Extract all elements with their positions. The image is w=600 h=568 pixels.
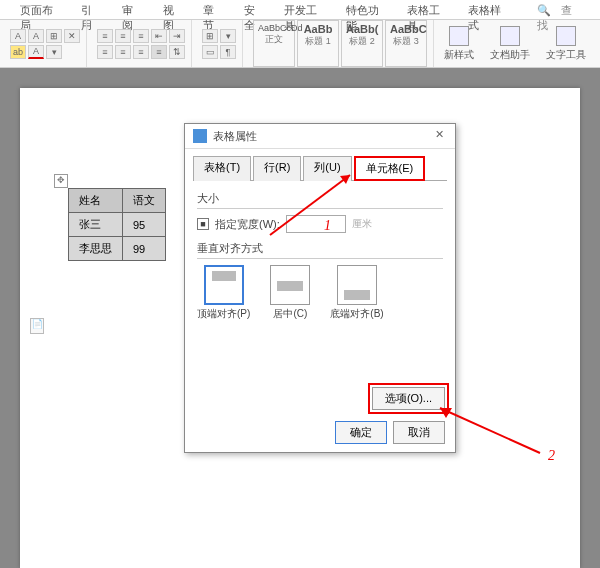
- valign-bottom-label: 底端对齐(B): [330, 307, 383, 321]
- tab-cell[interactable]: 单元格(E): [354, 156, 426, 181]
- ribbon-tab[interactable]: 安全: [234, 0, 275, 19]
- options-button[interactable]: 选项(O)...: [372, 387, 445, 410]
- tab-column[interactable]: 列(U): [303, 156, 351, 181]
- text-tool-button[interactable]: 文字工具: [540, 26, 592, 62]
- section-valign-label: 垂直对齐方式: [197, 241, 443, 256]
- valign-middle[interactable]: [270, 265, 310, 305]
- tab-table[interactable]: 表格(T): [193, 156, 251, 181]
- ribbon-tab[interactable]: 视图: [153, 0, 194, 19]
- search-label[interactable]: 🔍查找: [527, 0, 600, 19]
- ribbon-tab[interactable]: 表格工具: [397, 0, 458, 19]
- close-icon[interactable]: ✕: [431, 128, 447, 144]
- style-h1[interactable]: AaBb标题 1: [297, 20, 339, 67]
- annotation-number-1: 1: [324, 218, 331, 234]
- table-cell[interactable]: 李思思: [69, 237, 123, 261]
- table-cell[interactable]: 张三: [69, 213, 123, 237]
- format-btn[interactable]: A: [10, 29, 26, 43]
- table-header-cell[interactable]: 姓名: [69, 189, 123, 213]
- ribbon-tab[interactable]: 页面布局: [10, 0, 71, 19]
- cancel-button[interactable]: 取消: [393, 421, 445, 444]
- section-size-label: 大小: [197, 191, 443, 206]
- format-btn[interactable]: ⊞: [46, 29, 62, 43]
- dialog-icon: [193, 129, 207, 143]
- new-style-button[interactable]: 新样式: [438, 26, 480, 62]
- dropdown-btn[interactable]: ▾: [46, 45, 62, 59]
- align-btn[interactable]: ≡: [115, 45, 131, 59]
- style-h2[interactable]: AaBb(标题 2: [341, 20, 383, 67]
- list-btn[interactable]: ≡: [133, 29, 149, 43]
- spacing-btn[interactable]: ⇅: [169, 45, 185, 59]
- dialog-titlebar: 表格属性 ✕: [185, 124, 455, 149]
- document-table[interactable]: 姓名语文 张三95 李思思99: [68, 188, 166, 261]
- highlight-btn[interactable]: ab: [10, 45, 26, 59]
- align-btn[interactable]: ≡: [151, 45, 167, 59]
- list-btn[interactable]: ≡: [97, 29, 113, 43]
- border-btn[interactable]: ⊞: [202, 29, 218, 43]
- style-h3[interactable]: AaBbC标题 3: [385, 20, 427, 67]
- indent-btn[interactable]: ⇤: [151, 29, 167, 43]
- table-cell[interactable]: 99: [123, 237, 166, 261]
- dialog-title: 表格属性: [213, 129, 431, 144]
- ribbon-tab[interactable]: 审阅: [112, 0, 153, 19]
- table-properties-dialog: 表格属性 ✕ 表格(T) 行(R) 列(U) 单元格(E) 大小 ■ 指定宽度(…: [184, 123, 456, 453]
- table-cell[interactable]: 95: [123, 213, 166, 237]
- valign-top-label: 顶端对齐(P): [197, 307, 250, 321]
- width-input[interactable]: [286, 215, 346, 233]
- dialog-tabs: 表格(T) 行(R) 列(U) 单元格(E): [193, 155, 447, 181]
- comment-icon[interactable]: 📄: [30, 318, 44, 334]
- specify-width-checkbox[interactable]: ■: [197, 218, 209, 230]
- list-btn[interactable]: ≡: [115, 29, 131, 43]
- align-btn[interactable]: ≡: [133, 45, 149, 59]
- para-btn[interactable]: ¶: [220, 45, 236, 59]
- border-btn[interactable]: ▾: [220, 29, 236, 43]
- specify-width-label: 指定宽度(W):: [215, 217, 280, 232]
- doc-helper-button[interactable]: 文档助手: [484, 26, 536, 62]
- align-btn[interactable]: ≡: [97, 45, 113, 59]
- ribbon-tab[interactable]: 开发工具: [274, 0, 335, 19]
- ribbon-tabs: 页面布局 引用 审阅 视图 章节 安全 开发工具 特色功能 表格工具 表格样式 …: [0, 0, 600, 20]
- format-btn[interactable]: A: [28, 29, 44, 43]
- font-color-btn[interactable]: A: [28, 45, 44, 59]
- tab-row[interactable]: 行(R): [253, 156, 301, 181]
- ribbon-tab[interactable]: 特色功能: [336, 0, 397, 19]
- valign-middle-label: 居中(C): [273, 307, 307, 321]
- table-header-cell[interactable]: 语文: [123, 189, 166, 213]
- clear-format-btn[interactable]: ✕: [64, 29, 80, 43]
- style-normal[interactable]: AaBbCcDd正文: [253, 20, 295, 67]
- ribbon-tab[interactable]: 表格样式: [458, 0, 519, 19]
- dialog-body: 大小 ■ 指定宽度(W): 厘米 垂直对齐方式 顶端对齐(P) 居中(C) 底端…: [185, 181, 455, 327]
- indent-btn[interactable]: ⇥: [169, 29, 185, 43]
- ribbon-tab[interactable]: 章节: [193, 0, 234, 19]
- ok-button[interactable]: 确定: [335, 421, 387, 444]
- ribbon-tab[interactable]: 引用: [71, 0, 112, 19]
- valign-top[interactable]: [204, 265, 244, 305]
- valign-bottom[interactable]: [337, 265, 377, 305]
- unit-label: 厘米: [352, 217, 372, 231]
- table-move-handle[interactable]: ✥: [54, 174, 68, 188]
- shading-btn[interactable]: ▭: [202, 45, 218, 59]
- annotation-number-2: 2: [548, 448, 555, 464]
